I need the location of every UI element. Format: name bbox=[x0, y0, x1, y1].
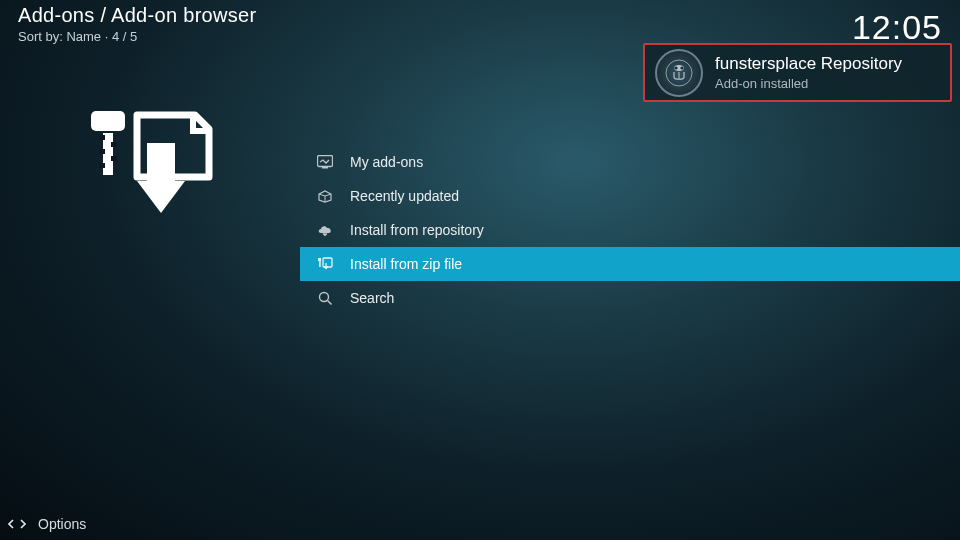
menu-item-my-addons[interactable]: My add-ons bbox=[300, 145, 960, 179]
repo-icon bbox=[655, 49, 703, 97]
menu-item-recently-updated[interactable]: Recently updated bbox=[300, 179, 960, 213]
menu-list: My add-ons Recently updated Install from… bbox=[300, 145, 960, 315]
cloud-download-icon bbox=[316, 221, 334, 239]
search-icon bbox=[316, 289, 334, 307]
notification-toast: funstersplace Repository Add-on installe… bbox=[643, 43, 952, 102]
options-arrows-icon bbox=[8, 517, 26, 531]
sidebar bbox=[0, 0, 300, 540]
menu-item-label: Install from repository bbox=[350, 222, 484, 238]
svg-rect-8 bbox=[318, 156, 333, 167]
notification-title: funstersplace Repository bbox=[715, 54, 902, 74]
svg-line-14 bbox=[327, 300, 331, 304]
options-label: Options bbox=[38, 516, 86, 532]
svg-rect-6 bbox=[99, 163, 105, 168]
zip-download-icon bbox=[316, 255, 334, 273]
menu-item-install-repo[interactable]: Install from repository bbox=[300, 213, 960, 247]
svg-rect-5 bbox=[111, 156, 117, 161]
svg-rect-9 bbox=[322, 167, 328, 169]
svg-rect-7 bbox=[147, 143, 175, 183]
notification-subtitle: Add-on installed bbox=[715, 76, 902, 91]
svg-point-13 bbox=[319, 292, 328, 301]
svg-rect-12 bbox=[319, 261, 321, 267]
menu-item-label: Search bbox=[350, 290, 394, 306]
zip-file-icon bbox=[85, 105, 215, 229]
menu-item-label: My add-ons bbox=[350, 154, 423, 170]
footer-options[interactable]: Options bbox=[8, 516, 86, 532]
menu-item-install-zip[interactable]: Install from zip file bbox=[300, 247, 960, 281]
my-addons-icon bbox=[316, 153, 334, 171]
svg-rect-11 bbox=[318, 258, 321, 261]
box-open-icon bbox=[316, 187, 334, 205]
svg-rect-2 bbox=[99, 135, 105, 140]
clock: 12:05 bbox=[852, 8, 942, 47]
svg-rect-3 bbox=[111, 142, 117, 147]
menu-item-label: Install from zip file bbox=[350, 256, 462, 272]
menu-item-label: Recently updated bbox=[350, 188, 459, 204]
svg-rect-10 bbox=[323, 258, 332, 267]
svg-rect-4 bbox=[99, 149, 105, 154]
svg-point-17 bbox=[680, 66, 683, 69]
menu-item-search[interactable]: Search bbox=[300, 281, 960, 315]
svg-point-16 bbox=[674, 66, 677, 69]
svg-rect-0 bbox=[91, 111, 125, 131]
